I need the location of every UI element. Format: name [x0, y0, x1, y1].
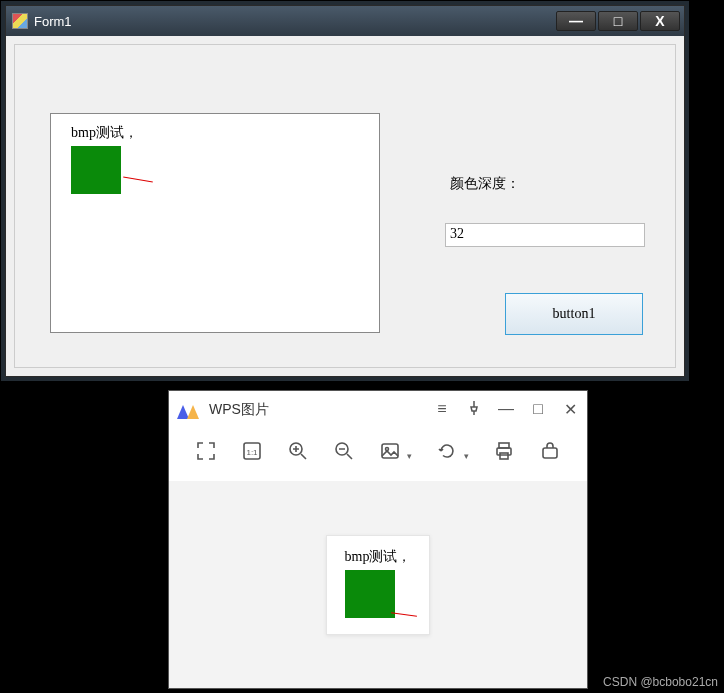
bmp-image: bmp测试，: [71, 124, 138, 194]
zoom-in-icon[interactable]: [287, 440, 309, 462]
bmp-text: bmp测试，: [345, 548, 412, 566]
color-depth-label: 颜色深度：: [450, 175, 520, 193]
rotate-icon[interactable]: [436, 440, 458, 462]
window-controls: — □ X: [556, 11, 680, 31]
image-tools-caret-icon[interactable]: ▾: [407, 451, 412, 461]
fullscreen-icon[interactable]: [195, 440, 217, 462]
button1[interactable]: button1: [505, 293, 643, 335]
zoom-out-icon[interactable]: [333, 440, 355, 462]
toolbox-icon[interactable]: [539, 440, 561, 462]
menu-icon[interactable]: ≡: [433, 400, 451, 420]
watermark: CSDN @bcbobo21cn: [603, 675, 718, 689]
pin-icon[interactable]: [465, 400, 483, 420]
form-icon: [12, 13, 28, 29]
image-frame: bmp测试，: [326, 535, 431, 635]
close-button[interactable]: X: [640, 11, 680, 31]
color-depth-textbox[interactable]: 32: [445, 223, 645, 247]
wps-window-controls: ≡ — □ ✕: [433, 400, 579, 420]
wps-logo-icon: [177, 401, 199, 419]
image-tools-icon[interactable]: [379, 440, 401, 462]
titlebar[interactable]: Form1 — □ X: [6, 6, 684, 36]
maximize-button[interactable]: □: [598, 11, 638, 31]
svg-text:1:1: 1:1: [246, 448, 258, 457]
form-title: Form1: [34, 14, 556, 29]
svg-rect-9: [543, 448, 557, 458]
svg-rect-8: [500, 453, 508, 459]
windows-form: Form1 — □ X bmp测试， 颜色深度： 32 button1: [5, 5, 685, 377]
wps-canvas[interactable]: bmp测试，: [169, 481, 587, 688]
red-line: [123, 176, 153, 182]
svg-rect-7: [497, 448, 511, 455]
client-area: bmp测试， 颜色深度： 32 button1: [14, 44, 676, 368]
svg-rect-4: [382, 444, 398, 458]
picture-box: bmp测试，: [50, 113, 380, 333]
wps-toolbar: 1:1 ▾ ▾: [169, 429, 587, 473]
maximize-icon[interactable]: □: [529, 400, 547, 420]
fit-icon[interactable]: 1:1: [241, 440, 263, 462]
rotate-caret-icon[interactable]: ▾: [464, 451, 469, 461]
green-square: [345, 570, 395, 618]
minimize-icon[interactable]: —: [497, 400, 515, 420]
bmp-text: bmp测试，: [71, 124, 138, 142]
wps-window: WPS图片 ≡ — □ ✕ 1:1 ▾ ▾: [168, 390, 588, 689]
wps-title: WPS图片: [209, 401, 423, 419]
close-icon[interactable]: ✕: [561, 400, 579, 420]
wps-titlebar[interactable]: WPS图片 ≡ — □ ✕: [169, 391, 587, 429]
green-square: [71, 146, 121, 194]
minimize-button[interactable]: —: [556, 11, 596, 31]
print-icon[interactable]: [493, 440, 515, 462]
